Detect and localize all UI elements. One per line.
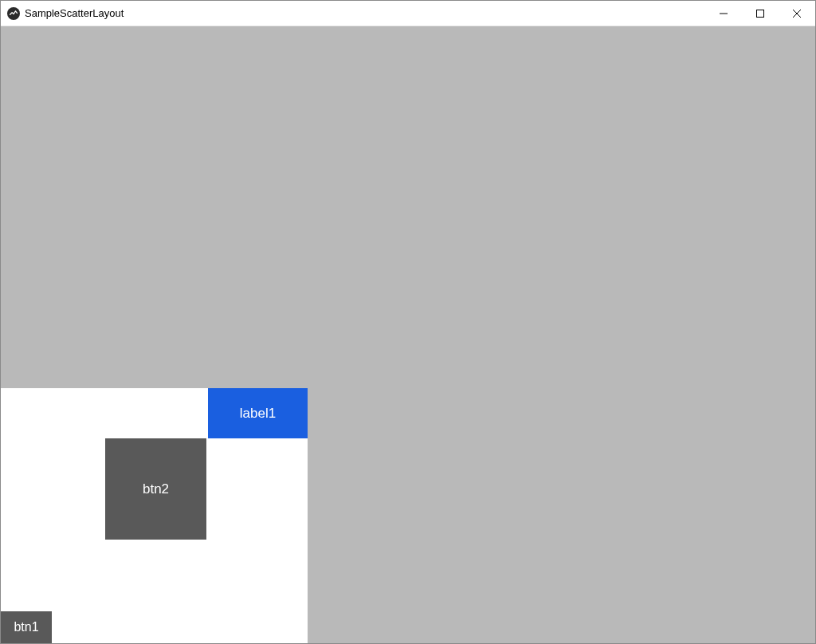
titlebar-left: SampleScatterLayout [1, 7, 124, 20]
window-frame: SampleScatterLayout label1 btn2 btn1 [0, 0, 816, 644]
window-title: SampleScatterLayout [25, 7, 124, 19]
app-icon [7, 7, 20, 20]
minimize-button[interactable] [705, 1, 742, 26]
titlebar: SampleScatterLayout [1, 1, 815, 26]
window-controls [705, 1, 815, 26]
client-area: label1 btn2 btn1 [1, 26, 815, 643]
svg-rect-1 [757, 10, 764, 17]
maximize-button[interactable] [742, 1, 779, 26]
btn2-button[interactable]: btn2 [105, 438, 206, 540]
btn1-button[interactable]: btn1 [1, 611, 52, 643]
close-button[interactable] [779, 1, 815, 26]
label1: label1 [208, 388, 308, 438]
scatter-canvas: label1 btn2 btn1 [1, 388, 308, 643]
